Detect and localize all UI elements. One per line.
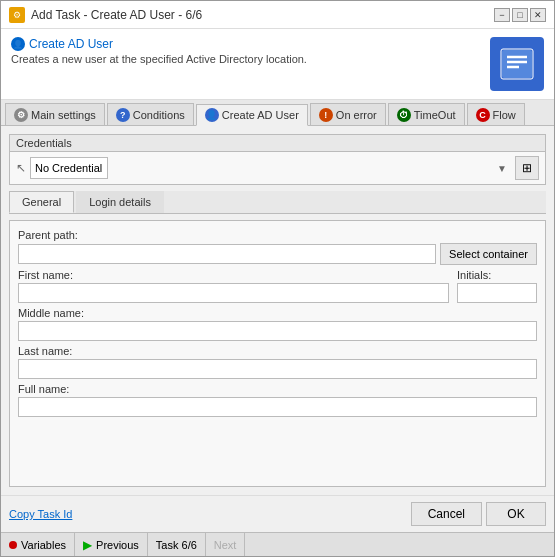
initials-field: Initials:	[457, 269, 537, 303]
inner-tab-general-label: General	[22, 196, 61, 208]
gear-icon: ⚙	[14, 108, 28, 122]
tab-conditions[interactable]: ? Conditions	[107, 103, 194, 125]
select-container-button[interactable]: Select container	[440, 243, 537, 265]
settings-grid-icon: ⊞	[522, 161, 532, 175]
task-label: Task 6/6	[156, 539, 197, 551]
initials-input[interactable]	[457, 283, 537, 303]
maximize-button[interactable]: □	[512, 8, 528, 22]
tab-timeout-label: TimeOut	[414, 109, 456, 121]
initials-col: Initials:	[457, 269, 537, 303]
middle-name-label: Middle name:	[18, 307, 537, 319]
tab-on-error-label: On error	[336, 109, 377, 121]
credentials-label: Credentials	[10, 135, 545, 152]
tab-main-settings[interactable]: ⚙ Main settings	[5, 103, 105, 125]
svg-rect-0	[502, 50, 532, 78]
parent-path-label: Parent path:	[18, 229, 537, 241]
header-app-icon	[490, 37, 544, 91]
header-link-label: Create AD User	[29, 37, 113, 51]
last-name-row: Last name:	[18, 345, 537, 379]
create-ad-user-tab-icon: 👤	[205, 108, 219, 122]
tab-conditions-label: Conditions	[133, 109, 185, 121]
credentials-select-wrapper: No Credential ▼	[30, 157, 511, 179]
last-name-input[interactable]	[18, 359, 537, 379]
parent-path-row: Parent path: Select container	[18, 229, 537, 265]
first-name-input[interactable]	[18, 283, 449, 303]
cursor-icon: ↖	[16, 161, 26, 175]
create-ad-user-link[interactable]: 👤 Create AD User	[11, 37, 307, 51]
task-item: Task 6/6	[148, 533, 206, 556]
initials-label: Initials:	[457, 269, 537, 281]
parent-path-input[interactable]	[18, 244, 436, 264]
content-area: Credentials ↖ No Credential ▼ ⊞ General	[1, 126, 554, 495]
on-error-icon: !	[319, 108, 333, 122]
credentials-section: Credentials ↖ No Credential ▼ ⊞	[9, 134, 546, 185]
conditions-icon: ?	[116, 108, 130, 122]
select-arrow-icon: ▼	[497, 163, 507, 174]
header-area: 👤 Create AD User Creates a new user at t…	[1, 29, 554, 100]
close-button[interactable]: ✕	[530, 8, 546, 22]
form-area: Parent path: Select container First name…	[9, 220, 546, 487]
tab-bar: ⚙ Main settings ? Conditions 👤 Create AD…	[1, 100, 554, 126]
tab-main-settings-label: Main settings	[31, 109, 96, 121]
arrow-left-icon: ▶	[83, 538, 92, 552]
timeout-icon: ⏱	[397, 108, 411, 122]
parent-path-input-row: Select container	[18, 243, 537, 265]
next-item[interactable]: Next	[206, 533, 246, 556]
first-name-label: First name:	[18, 269, 449, 281]
status-dot-icon	[9, 541, 17, 549]
tab-create-ad-user[interactable]: 👤 Create AD User	[196, 104, 308, 126]
main-window: ⚙ Add Task - Create AD User - 6/6 − □ ✕ …	[0, 0, 555, 557]
bottom-bar: Copy Task Id Cancel OK	[1, 495, 554, 532]
tab-flow-label: Flow	[493, 109, 516, 121]
bottom-buttons: Cancel OK	[411, 502, 546, 526]
tab-timeout[interactable]: ⏱ TimeOut	[388, 103, 465, 125]
tab-create-ad-user-label: Create AD User	[222, 109, 299, 121]
inner-tab-login-details[interactable]: Login details	[76, 191, 164, 213]
middle-name-row: Middle name:	[18, 307, 537, 341]
inner-tabs: General Login details	[9, 191, 546, 214]
app-icon: ⚙	[9, 7, 25, 23]
previous-label: Previous	[96, 539, 139, 551]
credentials-settings-button[interactable]: ⊞	[515, 156, 539, 180]
status-bar: Variables ▶ Previous Task 6/6 Next	[1, 532, 554, 556]
copy-task-id-link[interactable]: Copy Task Id	[9, 508, 72, 520]
tab-on-error[interactable]: ! On error	[310, 103, 386, 125]
flow-icon: C	[476, 108, 490, 122]
variables-item[interactable]: Variables	[1, 533, 75, 556]
window-controls: − □ ✕	[494, 8, 546, 22]
middle-name-input[interactable]	[18, 321, 537, 341]
header-left: 👤 Create AD User Creates a new user at t…	[11, 37, 307, 65]
variables-label: Variables	[21, 539, 66, 551]
cancel-button[interactable]: Cancel	[411, 502, 482, 526]
full-name-row: Full name:	[18, 383, 537, 417]
full-name-input[interactable]	[18, 397, 537, 417]
credentials-select[interactable]: No Credential	[30, 157, 108, 179]
previous-item[interactable]: ▶ Previous	[75, 533, 148, 556]
window-title: Add Task - Create AD User - 6/6	[31, 8, 202, 22]
first-name-field: First name:	[18, 269, 449, 303]
title-bar: ⚙ Add Task - Create AD User - 6/6 − □ ✕	[1, 1, 554, 29]
last-name-label: Last name:	[18, 345, 537, 357]
ok-button[interactable]: OK	[486, 502, 546, 526]
header-description: Creates a new user at the specified Acti…	[11, 53, 307, 65]
title-bar-left: ⚙ Add Task - Create AD User - 6/6	[9, 7, 202, 23]
full-name-label: Full name:	[18, 383, 537, 395]
next-label: Next	[214, 539, 237, 551]
first-name-col: First name:	[18, 269, 449, 303]
inner-tab-general[interactable]: General	[9, 191, 74, 213]
minimize-button[interactable]: −	[494, 8, 510, 22]
credentials-row: ↖ No Credential ▼ ⊞	[10, 152, 545, 184]
tab-flow[interactable]: C Flow	[467, 103, 525, 125]
user-icon: 👤	[11, 37, 25, 51]
first-name-initials-row: First name: Initials:	[18, 269, 537, 303]
inner-tab-login-details-label: Login details	[89, 196, 151, 208]
